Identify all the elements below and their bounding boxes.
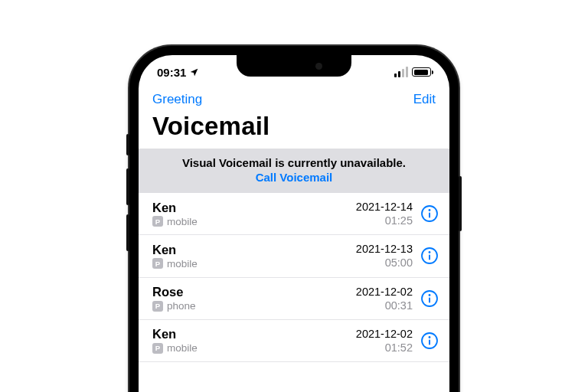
voicemail-duration: 01:25	[356, 214, 413, 227]
svg-point-10	[429, 336, 431, 338]
phone-frame: 09:31 Greeting Edit Voicemail Visual Voi…	[129, 46, 459, 392]
mute-switch	[126, 134, 129, 155]
p-badge-icon: P	[152, 258, 163, 269]
greeting-button[interactable]: Greeting	[152, 92, 202, 107]
row-right: 2021-12-13 05:00	[356, 242, 413, 270]
caller-name: Rose	[152, 285, 348, 299]
voicemail-row[interactable]: Rose P phone 2021-12-02 00:31	[139, 278, 449, 320]
row-left: Ken P mobile	[152, 243, 348, 270]
call-voicemail-button[interactable]: Call Voicemail	[148, 171, 440, 184]
svg-point-7	[429, 294, 431, 296]
voicemail-duration: 05:00	[356, 256, 413, 270]
screen: 09:31 Greeting Edit Voicemail Visual Voi…	[139, 55, 449, 392]
svg-rect-2	[429, 213, 430, 218]
voicemail-date: 2021-12-02	[356, 327, 413, 341]
row-left: Ken P mobile	[152, 327, 348, 354]
notch	[237, 55, 351, 77]
p-badge-icon: P	[152, 301, 163, 312]
phone-label: mobile	[167, 258, 198, 270]
voicemail-date: 2021-12-13	[356, 242, 413, 256]
nav-bar: Greeting Edit	[139, 89, 449, 112]
status-time: 09:31	[157, 66, 186, 79]
row-right: 2021-12-02 00:31	[356, 285, 413, 312]
row-right: 2021-12-02 01:52	[356, 327, 413, 354]
page-title: Voicemail	[139, 112, 449, 149]
voicemail-list: Ken P mobile 2021-12-14 01:25 Ken P mobi…	[139, 193, 449, 362]
svg-point-1	[429, 209, 431, 211]
svg-point-4	[429, 251, 431, 253]
cellular-signal-icon	[394, 67, 408, 77]
info-icon[interactable]	[420, 247, 439, 265]
volume-down-button	[126, 214, 129, 251]
phone-label: mobile	[167, 342, 198, 354]
row-left: Ken P mobile	[152, 201, 348, 227]
p-badge-icon: P	[152, 216, 163, 227]
p-badge-icon: P	[152, 343, 163, 354]
voicemail-row[interactable]: Ken P mobile 2021-12-13 05:00	[139, 235, 449, 277]
unavailable-banner: Visual Voicemail is currently unavailabl…	[139, 149, 449, 193]
caller-name: Ken	[152, 327, 348, 341]
info-icon[interactable]	[420, 289, 439, 308]
voicemail-date: 2021-12-02	[356, 285, 413, 299]
voicemail-row[interactable]: Ken P mobile 2021-12-02 01:52	[139, 320, 449, 362]
caller-name: Ken	[152, 243, 348, 257]
info-icon[interactable]	[420, 204, 439, 223]
row-right: 2021-12-14 01:25	[356, 200, 413, 227]
power-button	[459, 176, 462, 231]
voicemail-duration: 00:31	[356, 299, 413, 312]
volume-up-button	[126, 168, 129, 205]
banner-message: Visual Voicemail is currently unavailabl…	[148, 156, 440, 169]
location-arrow-icon	[189, 67, 199, 77]
phone-label: mobile	[167, 216, 198, 227]
row-left: Rose P phone	[152, 285, 348, 312]
info-icon[interactable]	[420, 332, 439, 350]
phone-label: phone	[167, 300, 196, 312]
svg-rect-5	[429, 255, 430, 260]
voicemail-duration: 01:52	[356, 341, 413, 354]
voicemail-date: 2021-12-14	[356, 200, 413, 214]
svg-rect-11	[429, 339, 430, 345]
caller-name: Ken	[152, 201, 348, 215]
battery-icon	[412, 67, 431, 77]
svg-rect-8	[429, 297, 430, 302]
edit-button[interactable]: Edit	[413, 92, 436, 107]
voicemail-row[interactable]: Ken P mobile 2021-12-14 01:25	[139, 193, 449, 235]
